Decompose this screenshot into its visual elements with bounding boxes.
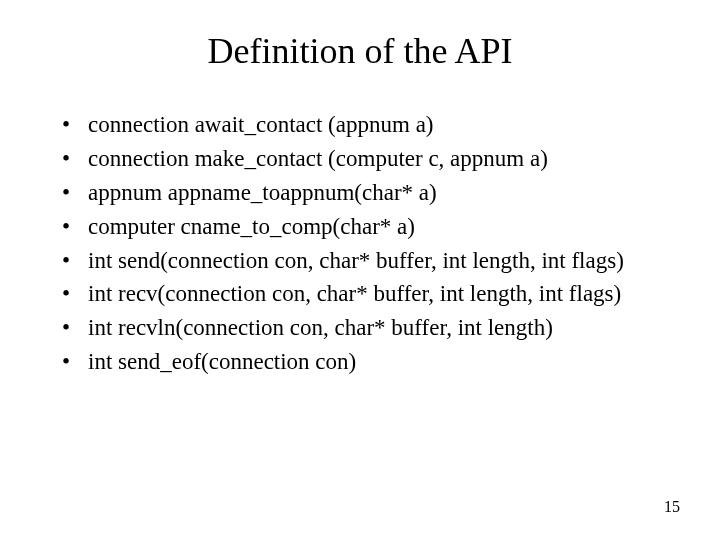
list-item: int send(connection con, char* buffer, i… xyxy=(60,246,670,276)
list-item: int recvln(connection con, char* buffer,… xyxy=(60,313,670,343)
list-item: int recv(connection con, char* buffer, i… xyxy=(60,279,670,309)
list-item: connection make_contact (computer c, app… xyxy=(60,144,670,174)
list-item: int send_eof(connection con) xyxy=(60,347,670,377)
list-item: computer cname_to_comp(char* a) xyxy=(60,212,670,242)
bullet-list: connection await_contact (appnum a) conn… xyxy=(50,110,670,377)
list-item: appnum appname_toappnum(char* a) xyxy=(60,178,670,208)
slide-title: Definition of the API xyxy=(50,30,670,72)
list-item: connection await_contact (appnum a) xyxy=(60,110,670,140)
page-number: 15 xyxy=(664,498,680,516)
